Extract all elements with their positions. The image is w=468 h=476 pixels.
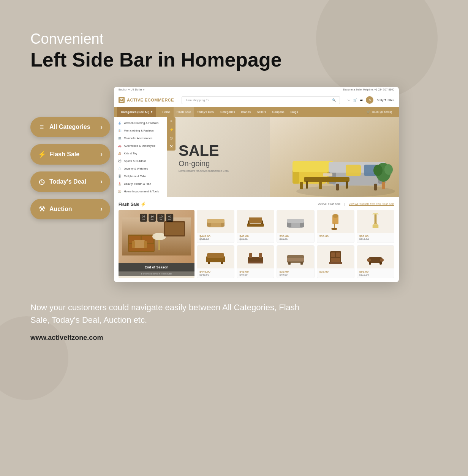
- side-float-buttons: ≡ ⚡ ◷ ⚒: [167, 117, 176, 151]
- flash-sale-icon: ⚡: [141, 202, 146, 207]
- svg-rect-64: [248, 262, 263, 263]
- language-selector[interactable]: English ∨ US Dollar ∨: [119, 88, 145, 91]
- svg-rect-34: [134, 240, 145, 248]
- svg-rect-36: [144, 241, 147, 248]
- flash-icon: ⚡: [38, 150, 46, 159]
- header-title: Left Side Bar in Homepage: [30, 48, 438, 71]
- product-price-10: $99.00 $119.00: [357, 268, 394, 278]
- product-img-7: [237, 246, 274, 268]
- product-price-3: $39.00 $49.00: [277, 233, 314, 242]
- flash-sale-section: Flash Sale ⚡ View All Flash Sale | View …: [114, 198, 399, 282]
- svg-rect-78: [379, 262, 382, 265]
- product-img-3: [277, 210, 314, 233]
- nav-blogs[interactable]: Blogs: [288, 107, 301, 117]
- svg-rect-68: [300, 262, 303, 265]
- hero-image: [270, 117, 399, 197]
- compare-icon[interactable]: ⇄: [360, 98, 363, 102]
- product-card-5[interactable]: $99.00 $119.00: [357, 210, 394, 243]
- sports-icon: ⚽: [118, 159, 122, 163]
- user-avatar[interactable]: B: [366, 96, 373, 104]
- site-top-bar: English ∨ US Dollar ∨ Become a Seller He…: [114, 87, 399, 93]
- cat-kids[interactable]: 🧸 Kids & Toy: [114, 150, 167, 157]
- cat-beauty[interactable]: 💄 Beauty, Health & Hair: [114, 180, 167, 188]
- product-img-2: [237, 210, 274, 233]
- auction-button[interactable]: ⚒ Auction: [30, 199, 110, 219]
- header-subtitle: Convenient: [30, 30, 438, 48]
- float-hammer-btn[interactable]: ⚒: [167, 142, 176, 151]
- svg-rect-63: [259, 253, 262, 258]
- browser-screenshot: English ∨ US Dollar ∨ Become a Seller He…: [114, 87, 399, 282]
- featured-product[interactable]: 04 Hrs 14 Min 15 Sec: [119, 210, 194, 278]
- svg-rect-77: [369, 262, 371, 265]
- svg-rect-62: [249, 253, 252, 258]
- product-img-9: [317, 246, 354, 268]
- search-icon: 🔍: [332, 98, 336, 102]
- timer-hours: 04: [142, 215, 145, 218]
- svg-rect-70: [331, 252, 335, 257]
- cat-women[interactable]: 👗 Women Clothing & Fashion: [114, 119, 167, 127]
- chevron-right-icon: [100, 150, 103, 158]
- nav-brands[interactable]: Brands: [238, 107, 254, 117]
- svg-rect-15: [346, 165, 361, 176]
- svg-rect-7: [300, 182, 303, 189]
- search-bar[interactable]: I am shopping for... 🔍: [182, 96, 340, 104]
- cat-auto[interactable]: 🚗 Automobile & Motorcycle: [114, 142, 167, 150]
- product-card-2[interactable]: $49.00 $49.00: [237, 210, 274, 243]
- nav-categories-link[interactable]: Categories: [217, 107, 238, 117]
- view-all-products[interactable]: View All Products from This Flash Sale: [349, 203, 394, 205]
- float-clock-btn[interactable]: ◷: [167, 134, 176, 142]
- svg-rect-66: [287, 258, 304, 261]
- svg-rect-58: [207, 253, 224, 258]
- cat-home[interactable]: 🏠 Home Improvement & Tools: [114, 188, 167, 195]
- svg-marker-54: [372, 213, 379, 214]
- cart-icon[interactable]: 🛒: [353, 98, 357, 102]
- cat-jewelry[interactable]: 💍 Jewelry & Watches: [114, 165, 167, 173]
- nav-coupons[interactable]: Coupons: [269, 107, 287, 117]
- float-menu-btn[interactable]: ≡: [167, 117, 176, 125]
- site-content: 👗 Women Clothing & Fashion 👔 Men clothin…: [114, 117, 399, 198]
- chevron-right-icon: [100, 205, 103, 213]
- nav-flash-sale[interactable]: Flash Sale: [174, 107, 194, 117]
- cat-computer[interactable]: 💻 Computer Accessories: [114, 135, 167, 142]
- svg-rect-6: [292, 161, 334, 172]
- all-categories-button[interactable]: ≡ All Categories: [30, 117, 110, 137]
- svg-point-22: [373, 165, 383, 176]
- product-card-10[interactable]: $99.00 $119.00: [357, 245, 394, 278]
- header-section: Convenient Left Side Bar in Homepage: [30, 30, 438, 71]
- svg-rect-0: [120, 98, 123, 102]
- site-logo[interactable]: ACTIVE ECOMMERCE: [119, 97, 174, 103]
- svg-rect-53: [375, 215, 377, 224]
- cat-phones[interactable]: 📱 Cellphone & Tabs: [114, 173, 167, 180]
- svg-point-52: [331, 228, 337, 230]
- nav-home[interactable]: Home: [159, 107, 173, 117]
- product-card-3[interactable]: $39.00 $49.00: [277, 210, 314, 243]
- product-card-8[interactable]: $39.00 $49.00: [277, 245, 314, 278]
- float-flash-btn[interactable]: ⚡: [167, 125, 176, 134]
- view-all-flash[interactable]: View All Flash Sale: [318, 203, 340, 205]
- svg-rect-59: [208, 262, 210, 264]
- product-img-8: [277, 246, 314, 268]
- site-nav: Categories (See All) ▾ Home Flash Sale T…: [114, 107, 399, 117]
- wishlist-icon[interactable]: ♡: [348, 98, 350, 102]
- product-price-1: $449.00 $549.00: [197, 233, 234, 242]
- bottom-url[interactable]: www.activeitzone.com: [30, 334, 438, 342]
- product-card-9[interactable]: $38.00: [317, 245, 354, 278]
- logo-text: ACTIVE ECOMMERCE: [127, 98, 174, 102]
- kids-icon: 🧸: [118, 152, 122, 155]
- nav-sellers[interactable]: Sellers: [254, 107, 269, 117]
- nav-categories[interactable]: Categories (See All) ▾: [117, 107, 156, 117]
- svg-rect-71: [336, 252, 340, 257]
- featured-label: End of Season: [119, 263, 194, 271]
- flash-sale-button[interactable]: ⚡ Flash Sale: [30, 144, 110, 165]
- cart-button[interactable]: 🛒 $0.00 (0 items): [363, 110, 396, 114]
- product-card-1[interactable]: $449.00 $549.00: [197, 210, 234, 243]
- nav-todays-deal[interactable]: Today's Deal: [194, 107, 217, 117]
- auction-label: Auction: [49, 206, 72, 213]
- product-card-6[interactable]: $449.00 $549.00: [197, 245, 234, 278]
- svg-rect-24: [323, 173, 332, 176]
- product-card-7[interactable]: $49.00 $49.00: [237, 245, 274, 278]
- cat-sports[interactable]: ⚽ Sports & Outdoor: [114, 157, 167, 165]
- cat-men[interactable]: 👔 Men clothing & Fashion: [114, 127, 167, 135]
- todays-deal-button[interactable]: ◷ Today's Deal: [30, 171, 110, 192]
- product-card-4[interactable]: $39.00: [317, 210, 354, 243]
